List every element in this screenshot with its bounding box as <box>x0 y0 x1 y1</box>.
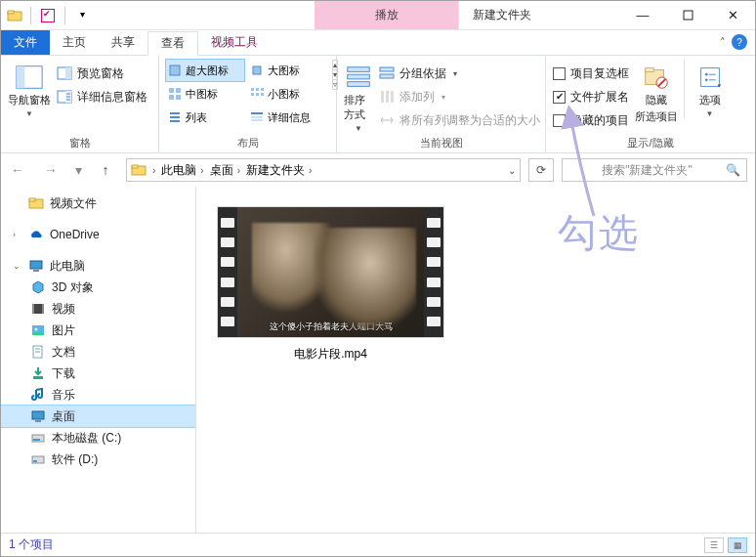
svg-rect-17 <box>176 95 181 100</box>
preview-pane-button[interactable]: 预览窗格 <box>57 64 147 83</box>
svg-rect-30 <box>348 67 370 72</box>
svg-rect-51 <box>30 261 42 269</box>
address-bar[interactable]: › 此电脑 › 桌面 › 新建文件夹 › ⌄ <box>126 158 521 182</box>
file-list[interactable]: 这个傻小子拍着老夫人端口大骂 电影片段.mp4 <box>196 187 755 533</box>
tree-desktop[interactable]: 桌面 <box>1 406 195 427</box>
ribbon-group-layout: 超大图标 大图标 中图标 小图标 列表 详细信息 ▴▾▿ 布局 <box>159 56 337 152</box>
layout-small[interactable]: 小图标 <box>248 83 322 105</box>
svg-rect-15 <box>176 88 181 93</box>
fit-columns-button[interactable]: 将所有列调整为合适的大小 <box>379 110 540 130</box>
tree-this-pc[interactable]: ⌄此电脑 <box>1 255 195 277</box>
nav-pane-label: 导航窗格 <box>8 93 51 107</box>
checkbox-hidden-items[interactable]: 隐藏的项目 <box>553 110 629 130</box>
options-label: 选项 <box>699 93 721 107</box>
ribbon-group-panes-label: 窗格 <box>8 134 151 150</box>
layout-details[interactable]: 详细信息 <box>248 107 322 128</box>
svg-rect-42 <box>700 68 719 87</box>
ribbon-tabs: 文件 主页 共享 查看 视频工具 ˄ ? <box>1 30 755 56</box>
ribbon: 导航窗格 ▼ 预览窗格 详细信息窗格 窗格 <box>1 56 755 153</box>
qa-properties-icon[interactable] <box>39 7 57 24</box>
breadcrumb-folder[interactable]: 新建文件夹 › <box>246 162 312 179</box>
svg-rect-32 <box>348 82 370 87</box>
sort-by-button[interactable]: 排序方式 ▼ <box>344 60 373 133</box>
file-item[interactable]: 这个傻小子拍着老夫人端口大骂 电影片段.mp4 <box>216 206 445 363</box>
svg-rect-48 <box>132 165 138 168</box>
minimize-button[interactable]: — <box>620 1 665 29</box>
close-button[interactable]: ✕ <box>710 1 755 29</box>
svg-rect-37 <box>391 91 394 103</box>
svg-rect-13 <box>253 66 261 74</box>
address-bar-row: ← → ▾ ↑ › 此电脑 › 桌面 › 新建文件夹 › ⌄ ⟳ 搜索"新建文件… <box>1 153 755 187</box>
layout-medium[interactable]: 中图标 <box>166 83 244 105</box>
tab-share[interactable]: 共享 <box>99 30 147 55</box>
help-icon[interactable]: ? <box>732 34 747 50</box>
options-button[interactable]: 选项 ▼ <box>684 60 727 118</box>
svg-rect-31 <box>348 74 370 79</box>
svg-point-45 <box>704 78 707 81</box>
tab-video-tools[interactable]: 视频工具 <box>198 30 271 55</box>
svg-rect-16 <box>169 95 174 100</box>
nav-forward-button[interactable]: → <box>38 157 63 183</box>
window-title: 新建文件夹 <box>459 1 545 29</box>
tree-videos[interactable]: 视频 <box>1 298 195 320</box>
ribbon-group-show-hide-label: 显示/隐藏 <box>553 134 748 150</box>
layout-gallery[interactable]: 超大图标 大图标 中图标 小图标 列表 详细信息 <box>166 60 322 128</box>
folder-app-icon <box>7 8 22 23</box>
status-item-count: 1 个项目 <box>9 536 54 553</box>
checkbox-item-checkboxes[interactable]: 项目复选框 <box>553 64 629 83</box>
tab-file[interactable]: 文件 <box>1 30 50 55</box>
layout-large[interactable]: 大图标 <box>248 60 322 81</box>
ribbon-collapse-caret[interactable]: ˄ <box>720 36 726 49</box>
breadcrumb-this-pc[interactable]: 此电脑 › <box>161 162 203 179</box>
ribbon-group-current-view: 排序方式 ▼ 分组依据▾ 添加列▾ 将所有列调整为合适的大小 当前视图 <box>337 56 546 152</box>
refresh-button[interactable]: ⟳ <box>528 158 554 182</box>
search-box[interactable]: 搜索"新建文件夹" 🔍 <box>562 158 747 182</box>
breadcrumb-desktop[interactable]: 桌面 › <box>210 162 240 179</box>
nav-recent-dropdown[interactable]: ▾ <box>71 157 85 183</box>
navigation-pane-button[interactable]: 导航窗格 ▼ <box>8 60 51 118</box>
hide-selected-button[interactable]: 隐藏 所选项目 <box>635 60 678 124</box>
nav-back-button[interactable]: ← <box>5 157 30 183</box>
tab-view[interactable]: 查看 <box>147 31 198 56</box>
tree-downloads[interactable]: 下载 <box>1 363 195 384</box>
tab-home[interactable]: 主页 <box>50 30 99 55</box>
tree-music[interactable]: 音乐 <box>1 384 195 406</box>
title-bar: ▾ 播放 新建文件夹 — ✕ <box>1 1 755 30</box>
tree-onedrive[interactable]: ›OneDrive <box>1 224 195 245</box>
video-thumbnail: 这个傻小子拍着老夫人端口大骂 <box>217 206 444 338</box>
svg-rect-2 <box>684 11 693 20</box>
status-bar: 1 个项目 ☰ ▦ <box>1 533 755 556</box>
svg-rect-22 <box>256 93 259 96</box>
navigation-tree[interactable]: 视频文件 ›OneDrive ⌄此电脑 3D 对象 视频 图片 文档 下载 音乐… <box>1 187 196 533</box>
tree-local-disk-c[interactable]: 本地磁盘 (C:) <box>1 427 195 449</box>
svg-rect-6 <box>65 67 71 79</box>
file-name[interactable]: 电影片段.mp4 <box>294 346 367 363</box>
status-view-details[interactable]: ☰ <box>704 537 724 553</box>
svg-point-57 <box>35 328 38 331</box>
tree-video-files[interactable]: 视频文件 <box>1 193 195 214</box>
contextual-tab-play[interactable]: 播放 <box>315 1 459 29</box>
tree-documents[interactable]: 文档 <box>1 341 195 363</box>
maximize-button[interactable] <box>665 1 710 29</box>
tree-disk-d[interactable]: 软件 (D:) <box>1 449 195 470</box>
ribbon-group-show-hide: 项目复选框 文件扩展名 隐藏的项目 隐藏 所选项目 选项 ▼ 显示/隐藏 <box>546 56 755 152</box>
checkbox-file-extensions[interactable]: 文件扩展名 <box>553 87 629 107</box>
tree-3d-objects[interactable]: 3D 对象 <box>1 277 195 298</box>
layout-extra-large[interactable]: 超大图标 <box>166 60 244 81</box>
add-columns-button[interactable]: 添加列▾ <box>379 87 540 107</box>
ribbon-group-layout-label: 布局 <box>166 134 329 150</box>
group-by-button[interactable]: 分组依据▾ <box>379 64 540 83</box>
thumbnail-subtitle: 这个傻小子拍着老夫人端口大骂 <box>237 321 424 333</box>
ribbon-group-current-view-label: 当前视图 <box>344 134 538 150</box>
status-view-large-icons[interactable]: ▦ <box>728 537 747 553</box>
layout-list[interactable]: 列表 <box>166 107 244 128</box>
nav-up-button[interactable]: ↑ <box>93 157 118 183</box>
svg-rect-23 <box>261 93 264 96</box>
svg-point-43 <box>704 73 707 76</box>
address-history-dropdown[interactable]: ⌄ <box>508 165 516 176</box>
svg-rect-1 <box>8 11 14 14</box>
qa-customize-dropdown[interactable]: ▾ <box>73 6 91 23</box>
tree-pictures[interactable]: 图片 <box>1 320 195 341</box>
details-pane-button[interactable]: 详细信息窗格 <box>57 87 147 107</box>
search-icon: 🔍 <box>726 163 740 177</box>
